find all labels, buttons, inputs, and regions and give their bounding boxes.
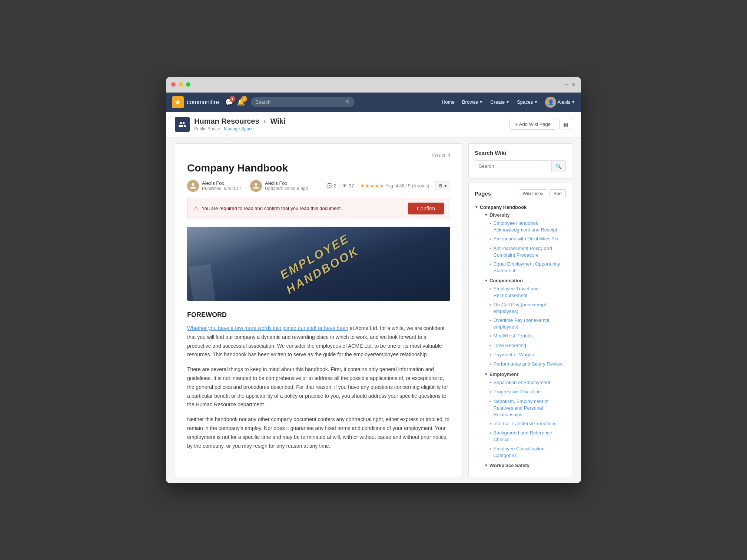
foreword-para1: Whether you have a few more words just j… bbox=[187, 324, 450, 359]
rating: ★★★★★ Avg: 4.88 / 5 (5 votes) bbox=[360, 183, 429, 189]
version-info: Version 4 bbox=[187, 153, 450, 158]
nav-right: Home Browse ▼ Create ▼ Spaces ▼ 👤 Alexis… bbox=[442, 97, 575, 108]
bullet-icon: • bbox=[489, 389, 491, 396]
spaces-arrow-icon: ▼ bbox=[534, 100, 538, 104]
tree-item-link[interactable]: Employee Classification Categories bbox=[494, 446, 566, 459]
space-info: Human Resources › Wiki Public Space · Ma… bbox=[175, 117, 285, 132]
home-link[interactable]: Home bbox=[442, 99, 455, 105]
author2-updated: Updated: an hour ago bbox=[265, 186, 308, 191]
space-name[interactable]: Human Resources bbox=[194, 117, 259, 125]
search-icon: 🔍 bbox=[345, 100, 351, 105]
diversity-items: • Employee Handbook Acknowledgment and R… bbox=[479, 219, 566, 275]
diversity-arrow-icon: ▼ bbox=[484, 213, 488, 217]
space-icon bbox=[175, 117, 190, 132]
bullet-icon: • bbox=[489, 361, 491, 368]
tree-item-link[interactable]: Payment of Wages bbox=[494, 351, 534, 358]
article-title: Company Handbook bbox=[187, 162, 450, 174]
author1-info: Alexis Fox Published: 9/4/2017 bbox=[187, 180, 241, 192]
messages-button[interactable]: 💬 1 bbox=[225, 98, 233, 106]
tree-item-link[interactable]: Separation of Employment bbox=[494, 379, 550, 386]
stars-icon[interactable]: ★★★★★ bbox=[360, 183, 384, 189]
list-item: • Payment of Wages bbox=[489, 350, 566, 360]
tree-item-link[interactable]: Overtime Pay (nonexempt employees) bbox=[494, 317, 566, 330]
tree-category-diversity[interactable]: ▼ Diversity bbox=[479, 211, 566, 219]
view-toggle-button[interactable]: ▦ bbox=[559, 119, 572, 130]
main-content: Version 4 Company Handbook Alexis Fox Pu… bbox=[175, 143, 462, 477]
user-menu[interactable]: 👤 Alexis ▼ bbox=[545, 97, 575, 108]
space-actions: + Add Wiki Page ▦ bbox=[509, 119, 572, 130]
messages-badge: 1 bbox=[229, 96, 235, 102]
tree-item-link[interactable]: Employee Handbook Acknowledgment and Rec… bbox=[494, 220, 566, 233]
tree-item-link[interactable]: Nepotism, Employment of Relatives and Pe… bbox=[494, 398, 566, 419]
foreword-para2: There are several things to keep in mind… bbox=[187, 365, 450, 409]
tree-category-handbook[interactable]: ▼ Company Handbook bbox=[475, 203, 566, 211]
tree-item-link[interactable]: Equal Employment Opportunity Statement bbox=[494, 261, 566, 274]
list-item: • Employee Classification Categories bbox=[489, 444, 566, 460]
bullet-icon: • bbox=[489, 261, 491, 268]
pages-tree: ▼ Company Handbook ▼ Diversity bbox=[475, 203, 566, 469]
alerts-button[interactable]: 🔔 2 bbox=[237, 98, 245, 106]
bullet-icon: • bbox=[489, 380, 491, 386]
author2-info: Alexis Fox Updated: an hour ago bbox=[250, 180, 308, 192]
sidebar-search-field[interactable] bbox=[475, 161, 551, 171]
list-item: • Time Reporting bbox=[489, 341, 566, 350]
spaces-link[interactable]: Spaces ▼ bbox=[517, 99, 538, 105]
bullet-icon: • bbox=[489, 246, 491, 252]
top-nav: communifire 💬 1 🔔 2 🔍 Home Browse ▼ Crea bbox=[166, 93, 581, 112]
browser-window: + ⚙ communifire 💬 1 🔔 2 🔍 bbox=[166, 77, 581, 483]
new-tab-button[interactable]: + bbox=[564, 81, 568, 89]
maximize-button[interactable] bbox=[186, 82, 190, 87]
list-item: • Nepotism, Employment of Relatives and … bbox=[489, 397, 566, 420]
list-item: • Internal Transfers/Promotions bbox=[489, 419, 566, 429]
article-settings-button[interactable]: ⚙ ▾ bbox=[435, 181, 450, 190]
confirm-button[interactable]: Confirm bbox=[408, 203, 444, 214]
tree-item-link[interactable]: Internal Transfers/Promotions bbox=[494, 420, 557, 427]
bullet-icon: • bbox=[489, 343, 491, 349]
sidebar-search-input-area: 🔍 bbox=[475, 160, 566, 172]
content-area: Human Resources › Wiki Public Space · Ma… bbox=[166, 112, 581, 483]
wiki-index-button[interactable]: Wiki Index bbox=[519, 189, 547, 198]
space-subtitle: Public Space · Manage Space bbox=[194, 126, 285, 131]
workplace-safety-arrow-icon: ▼ bbox=[484, 463, 488, 467]
tree-section-diversity: ▼ Diversity • Employee Handbook Acknowle… bbox=[475, 211, 566, 275]
sidebar-search-button[interactable]: 🔍 bbox=[551, 161, 565, 172]
alert-icon: ⚠ bbox=[193, 205, 199, 212]
foreword-para3: Neither this handbook nor any other comp… bbox=[187, 415, 450, 450]
tree-item-link[interactable]: On-Call Pay (nonexempt employees) bbox=[494, 301, 566, 315]
settings-icon[interactable]: ⚙ bbox=[571, 81, 576, 87]
author1-name: Alexis Fox bbox=[202, 180, 241, 186]
browse-arrow-icon: ▼ bbox=[479, 100, 483, 104]
employment-items: • Separation of Employment • Progressive… bbox=[479, 378, 566, 460]
tree-item-link[interactable]: Employee Travel and Reimbursement bbox=[494, 286, 566, 299]
tree-item-link[interactable]: Anti-harassment Policy and Complaint Pro… bbox=[494, 245, 566, 259]
space-title-area: Human Resources › Wiki Public Space · Ma… bbox=[194, 117, 285, 131]
tree-category-workplace-safety[interactable]: ▼ Workplace Safety bbox=[479, 461, 566, 469]
pages-header: Pages Wiki Index Sort bbox=[475, 189, 566, 198]
bullet-icon: • bbox=[489, 236, 491, 243]
tree-item-link[interactable]: Performance and Salary Review bbox=[494, 361, 562, 367]
tree-item-link[interactable]: Background and Reference Checks bbox=[494, 430, 566, 443]
tree-item-link[interactable]: Americans with Disabilities Act bbox=[494, 236, 559, 242]
handbook-arrow-icon: ▼ bbox=[475, 205, 478, 209]
author1-details: Alexis Fox Published: 9/4/2017 bbox=[202, 180, 241, 191]
tree-item-link[interactable]: Progressive Discipline bbox=[494, 389, 541, 395]
minimize-button[interactable] bbox=[179, 82, 183, 87]
browse-link[interactable]: Browse ▼ bbox=[462, 99, 483, 105]
sort-button[interactable]: Sort bbox=[550, 189, 566, 198]
search-input[interactable] bbox=[251, 97, 355, 107]
tree-item-link[interactable]: Time Reporting bbox=[494, 342, 526, 349]
close-button[interactable] bbox=[171, 82, 176, 87]
tree-category-employment[interactable]: ▼ Employment bbox=[479, 370, 566, 378]
wiki-label[interactable]: Wiki bbox=[270, 117, 285, 125]
views-count: 👁 97 bbox=[342, 183, 354, 189]
comment-icon: 💬 bbox=[326, 183, 332, 189]
tree-category-compensation[interactable]: ▼ Compensation bbox=[479, 277, 566, 284]
manage-space-link[interactable]: Manage Space bbox=[224, 126, 254, 131]
bullet-icon: • bbox=[489, 446, 491, 453]
add-wiki-page-button[interactable]: + Add Wiki Page bbox=[509, 119, 556, 130]
public-space-label: Public Space bbox=[194, 126, 220, 131]
foreword-link[interactable]: Whether you have a few more words just j… bbox=[187, 325, 348, 331]
tree-item-link[interactable]: Meal/Rest Periods bbox=[494, 333, 533, 339]
create-link[interactable]: Create ▼ bbox=[490, 99, 509, 105]
list-item: • Separation of Employment bbox=[489, 378, 566, 387]
